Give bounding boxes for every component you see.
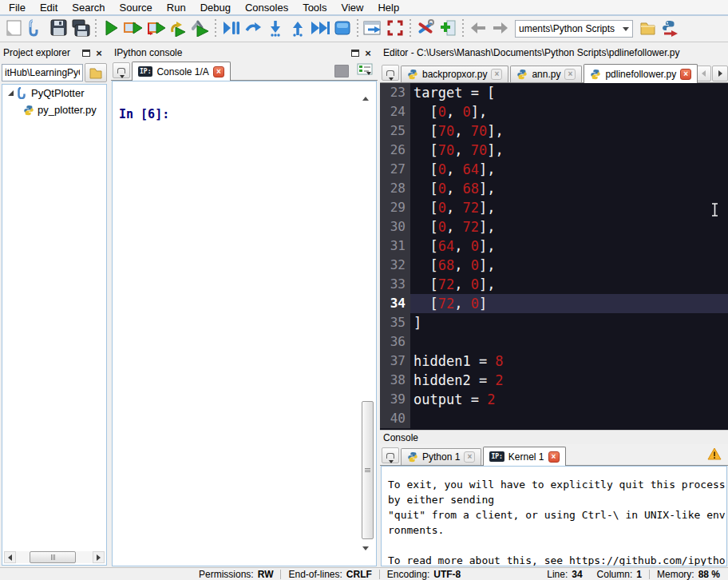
browse-tabs-button[interactable] — [382, 447, 399, 463]
scroll-down-button[interactable] — [362, 550, 369, 562]
tab-console-1a[interactable]: IP: Console 1/A × — [132, 62, 231, 81]
scroll-right-button[interactable] — [93, 551, 105, 563]
debug-button[interactable] — [220, 18, 242, 40]
browse-tabs-button[interactable] — [382, 65, 399, 81]
code-area[interactable]: 23target = [24 [0, 0],25 [70, 70],26 [70… — [380, 83, 728, 430]
code-line-30[interactable]: 30 [0, 72], — [380, 217, 728, 236]
stop-debug-button[interactable] — [331, 18, 354, 40]
menu-item-debug[interactable]: Debug — [193, 0, 238, 15]
code-line-27[interactable]: 27 [0, 64], — [380, 160, 728, 179]
code-line-31[interactable]: 31 [64, 0], — [380, 236, 728, 256]
code-line-29[interactable]: 29 [0, 72], — [380, 198, 728, 217]
menu-item-file[interactable]: File — [2, 0, 33, 15]
close-panel-button[interactable]: × — [362, 47, 374, 59]
browse-dir-button[interactable] — [636, 18, 659, 40]
tab-python-1[interactable]: Python 1 × — [401, 448, 481, 465]
code-line-23[interactable]: 23target = [ — [380, 83, 728, 102]
expander-icon[interactable] — [7, 89, 14, 97]
menu-item-help[interactable]: Help — [370, 0, 406, 15]
step-return-button[interactable] — [287, 18, 309, 40]
code-line-25[interactable]: 25 [70, 70], — [380, 121, 728, 141]
pythonpath-button[interactable] — [437, 18, 459, 40]
console-output[interactable]: To exit, you will have to explicitly qui… — [381, 466, 727, 566]
run-cell-advance-button[interactable] — [144, 18, 167, 40]
tree-item-pyqtplotter[interactable]: PyQtPlotter — [2, 85, 106, 101]
close-tab-icon[interactable]: × — [680, 69, 691, 80]
ipython-vscrollbar[interactable] — [361, 83, 374, 564]
scroll-up-button[interactable] — [362, 85, 369, 97]
hscroll-thumb[interactable] — [30, 551, 76, 563]
close-panel-button[interactable]: × — [93, 47, 105, 59]
external-console-button[interactable] — [659, 18, 681, 40]
ipython-icon: IP: — [489, 451, 504, 462]
close-tab-icon[interactable]: × — [213, 66, 224, 77]
code-line-28[interactable]: 28 [0, 68], — [380, 179, 728, 198]
run-config-button[interactable] — [189, 18, 212, 40]
tab-backpropxor[interactable]: backpropxor.py × — [401, 66, 508, 82]
code-line-36[interactable]: 36 — [380, 332, 728, 352]
menu-item-tools[interactable]: Tools — [295, 0, 334, 15]
step-over-button[interactable] — [242, 18, 264, 40]
save-button[interactable] — [47, 18, 69, 40]
tab-kernel-1[interactable]: IP: Kernel 1 × — [483, 447, 565, 466]
forward-button[interactable] — [489, 18, 512, 40]
close-tab-icon[interactable]: × — [548, 451, 560, 463]
float-panel-button[interactable] — [80, 47, 93, 59]
code-line-24[interactable]: 24 [0, 0], — [380, 102, 728, 121]
project-explorer-panel: Project explorer × PyQtPlotter py_plotte… — [0, 44, 109, 567]
code-line-40[interactable]: 40 — [380, 409, 728, 428]
panes-button[interactable] — [362, 18, 384, 40]
continue-button[interactable] — [309, 18, 331, 40]
project-tree-hscrollbar[interactable] — [4, 551, 105, 563]
menu-item-source[interactable]: Source — [113, 0, 160, 15]
interrupt-kernel-button[interactable] — [334, 65, 349, 77]
ipython-console-content[interactable]: In [6]: — [112, 81, 377, 566]
vscroll-thumb[interactable] — [362, 401, 374, 539]
code-line-37[interactable]: 37hidden1 = 8 — [380, 352, 728, 371]
new-file-button[interactable] — [2, 18, 25, 40]
project-path-input[interactable] — [2, 64, 83, 81]
code-line-32[interactable]: 32 [68, 0], — [380, 256, 728, 275]
close-tab-icon[interactable]: × — [464, 451, 475, 463]
back-button[interactable] — [467, 18, 489, 40]
tab-ann[interactable]: ann.py × — [510, 66, 582, 82]
scroll-tabs-right-button[interactable] — [712, 66, 728, 81]
step-into-button[interactable] — [264, 18, 287, 40]
save-all-button[interactable] — [69, 18, 92, 40]
line-number: 31 — [380, 236, 410, 256]
tree-item-py-plotter[interactable]: py_plotter.py — [2, 101, 106, 118]
float-panel-button[interactable] — [349, 47, 362, 59]
run-cell-button[interactable] — [122, 18, 144, 40]
code-line-34[interactable]: 34 [72, 0] — [380, 294, 728, 313]
line-number: 26 — [380, 141, 410, 160]
scroll-left-button[interactable] — [4, 551, 16, 563]
open-file-button[interactable] — [25, 18, 47, 40]
code-line-26[interactable]: 26 [70, 70], — [380, 141, 728, 160]
line-number: 30 — [380, 217, 410, 236]
menu-item-edit[interactable]: Edit — [33, 0, 65, 15]
run-button[interactable] — [100, 18, 122, 40]
preferences-button[interactable] — [414, 18, 437, 40]
triangle-up-icon — [362, 85, 369, 101]
hscroll-track[interactable] — [16, 551, 93, 563]
code-line-39[interactable]: 39output = 2 — [380, 390, 728, 409]
code-line-35[interactable]: 35] — [380, 313, 728, 332]
working-dir-value: uments\Python Scripts — [519, 23, 620, 34]
project-folder-button[interactable] — [85, 63, 107, 82]
menu-item-consoles[interactable]: Consoles — [238, 0, 295, 15]
close-tab-icon[interactable]: × — [564, 69, 576, 80]
code-line-33[interactable]: 33 [72, 0], — [380, 275, 728, 294]
menu-item-view[interactable]: View — [334, 0, 371, 15]
working-dir-combo[interactable]: uments\Python Scripts — [515, 20, 633, 38]
browse-tabs-button[interactable] — [113, 62, 130, 78]
code-line-38[interactable]: 38hidden2 = 2 — [380, 371, 728, 390]
fullscreen-button[interactable] — [384, 18, 406, 40]
menu-item-search[interactable]: Search — [65, 0, 112, 15]
warning-button[interactable] — [707, 447, 722, 463]
re-run-button[interactable] — [167, 18, 189, 40]
close-tab-icon[interactable]: × — [491, 69, 502, 80]
options-button[interactable] — [357, 63, 373, 78]
tab-pdlinefollower[interactable]: pdlinefollower.py × — [584, 64, 698, 83]
menu-item-run[interactable]: Run — [160, 0, 193, 15]
python-file-icon — [590, 69, 601, 80]
